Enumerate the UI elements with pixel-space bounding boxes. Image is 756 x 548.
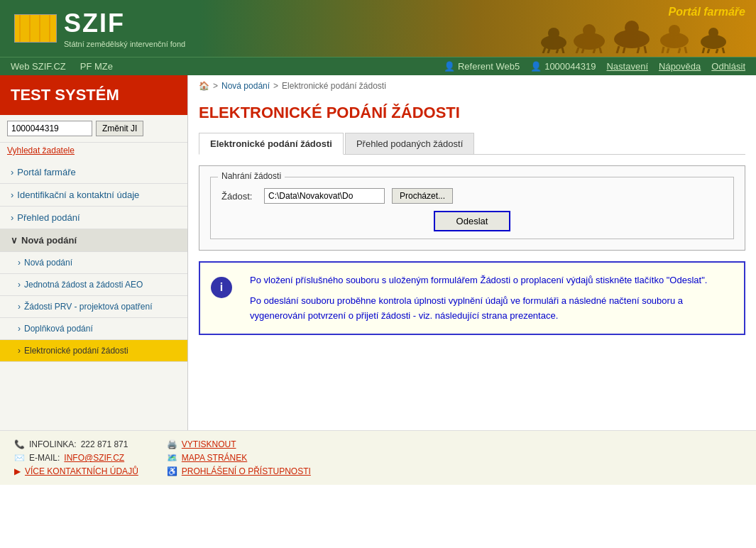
arrow-icon: › <box>18 258 21 268</box>
form-fieldset: Nahrání žádosti Žádost: Procházet... Ode… <box>210 177 734 239</box>
info-icon-container: i <box>211 273 239 323</box>
logo-subtitle: Státní zemědělský intervenční fond <box>64 40 185 48</box>
svg-line-15 <box>623 48 625 53</box>
sidebar-item-identifikacni[interactable]: › Identifikační a kontaktní údaje <box>0 184 187 207</box>
vice-kontaktnich-link[interactable]: VÍCE KONTAKTNÍCH ÚDAJŮ <box>25 466 138 476</box>
svg-line-26 <box>703 48 704 53</box>
navbar-left: Web SZIF.CZ PF MZe <box>11 61 113 72</box>
arrow-icon: › <box>11 212 13 223</box>
home-icon: 🏠 <box>199 81 209 91</box>
info-box-text: Po vložení příslušného souboru s uložený… <box>250 273 733 323</box>
cows-decoration <box>532 11 745 53</box>
arrow-icon: › <box>18 280 21 290</box>
accessibility-icon: ♿ <box>167 466 177 476</box>
sidebar-item-portal-farmare[interactable]: › Portál farmáře <box>0 161 187 184</box>
sidebar-user-box: Změnit JI <box>0 115 187 143</box>
user-icon-2: 👤 <box>530 61 542 72</box>
mapa-stranek-link[interactable]: MAPA STRÁNEK <box>182 453 247 463</box>
navbar: Web SZIF.CZ PF MZe 👤 Referent Web5 👤 100… <box>0 57 756 75</box>
footer-col-right: 🖨️ VYTISKNOUT 🗺️ MAPA STRÁNEK ♿ PROHLÁŠE… <box>167 439 311 476</box>
svg-line-3 <box>548 49 549 53</box>
sidebar-item-elektronicke-podani[interactable]: › Elektronické podání žádosti <box>0 340 187 362</box>
infolinka-value: 222 871 871 <box>81 439 128 449</box>
vytisknout-link[interactable]: VYTISKNOUT <box>182 439 236 449</box>
breadcrumb-sep: > <box>213 81 218 91</box>
sidebar-item-zadosti-prv[interactable]: › Žádosti PRV - projektová opatření <box>0 296 187 318</box>
footer-prohlaseni: ♿ PROHLÁŠENÍ O PŘÍSTUPNOSTI <box>167 466 311 476</box>
info-box: i Po vložení příslušného souboru s ulože… <box>199 261 745 335</box>
svg-line-5 <box>562 48 564 53</box>
footer: 📞 INFOLINKA: 222 871 871 ✉️ E-MAIL: INFO… <box>0 430 756 485</box>
sidebar-vyhledat: Vyhledat žadatele <box>0 143 187 161</box>
footer-mapa: 🗺️ MAPA STRÁNEK <box>167 453 311 463</box>
arrow-icon: › <box>18 346 21 356</box>
footer-vytisknout: 🖨️ VYTISKNOUT <box>167 439 311 449</box>
svg-line-27 <box>708 49 709 53</box>
sidebar-item-prehled-podani[interactable]: › Přehled podání <box>0 207 187 229</box>
nav-link-webszif[interactable]: Web SZIF.CZ <box>11 61 66 72</box>
header-image: Portál farmáře <box>199 0 756 57</box>
svg-line-10 <box>593 49 595 53</box>
svg-line-2 <box>543 48 545 53</box>
zadost-label: Žádost: <box>221 191 257 202</box>
svg-line-16 <box>637 48 639 53</box>
odeslat-button[interactable]: Odeslat <box>434 211 511 231</box>
nav-nastaveni[interactable]: Nastavení <box>606 61 648 72</box>
svg-line-8 <box>576 48 579 53</box>
sidebar-item-jednotna-zadost[interactable]: › Jednotná žádost a žádosti AEO <box>0 274 187 296</box>
sidebar: TEST SYSTÉM Změnit JI Vyhledat žadatele … <box>0 75 188 430</box>
breadcrumb: 🏠 > Nová podání > Elektronické podání žá… <box>188 75 756 97</box>
header: SZIF Státní zemědělský intervenční fond … <box>0 0 756 57</box>
svg-line-28 <box>716 49 718 53</box>
expand-icon: ∨ <box>11 235 18 246</box>
arrow-icon: › <box>11 190 13 200</box>
svg-line-17 <box>645 46 646 53</box>
svg-line-21 <box>667 48 669 53</box>
info-text-2: Po odeslání souboru proběhne kontrola úp… <box>250 294 733 324</box>
user-id-input[interactable] <box>7 121 92 136</box>
sidebar-item-nova-podani-sub[interactable]: › Nová podání <box>0 252 187 274</box>
email-link[interactable]: INFO@SZIF.CZ <box>64 453 124 463</box>
arrow-icon: › <box>18 324 21 334</box>
svg-line-11 <box>600 48 601 53</box>
svg-line-9 <box>582 49 584 53</box>
browse-button[interactable]: Procházet... <box>392 188 453 204</box>
form-legend: Nahrání žádosti <box>218 171 285 181</box>
email-label: E-MAIL: <box>29 453 60 463</box>
tab-elektronicke-podani[interactable]: Elektronické podání žádosti <box>199 133 344 155</box>
infolinka-label: INFOLINKA: <box>29 439 77 449</box>
prohlaseni-link[interactable]: PROHLÁŠENÍ O PŘÍSTUPNOSTI <box>182 466 311 476</box>
nav-napoveda[interactable]: Nápověda <box>659 61 701 72</box>
nav-odhlasit[interactable]: Odhlásit <box>711 61 745 72</box>
navbar-right: 👤 Referent Web5 👤 1000044319 Nastavení N… <box>444 61 745 72</box>
user-icon-1: 👤 <box>444 61 455 72</box>
submit-row: Odeslat <box>221 211 723 231</box>
print-icon: 🖨️ <box>167 439 177 449</box>
svg-point-1 <box>548 28 559 39</box>
sidebar-item-doplnkova[interactable]: › Doplňková podání <box>0 318 187 340</box>
breadcrumb-nova-podani[interactable]: Nová podání <box>221 81 270 91</box>
header-logo: SZIF Státní zemědělský intervenční fond <box>0 0 199 57</box>
phone-icon: 📞 <box>14 439 25 449</box>
sidebar-item-nova-podani-section[interactable]: ∨ Nová podání <box>0 229 187 252</box>
file-path-input[interactable] <box>264 188 385 204</box>
arrow-icon: › <box>18 302 21 312</box>
arrow-icon: › <box>11 167 13 177</box>
zadost-row: Žádost: Procházet... <box>221 188 723 204</box>
test-system-banner: TEST SYSTÉM <box>0 75 187 115</box>
tab-prehled-podanych[interactable]: Přehled podaných žádostí <box>345 133 474 154</box>
vyhledat-link[interactable]: Vyhledat žadatele <box>7 146 75 155</box>
nav-link-pfmze[interactable]: PF MZe <box>80 61 113 72</box>
svg-line-20 <box>662 47 664 53</box>
content-area: 🏠 > Nová podání > Elektronické podání žá… <box>188 75 756 430</box>
sidebar-menu: › Portál farmáře › Identifikační a konta… <box>0 161 187 362</box>
logo-flag <box>14 14 57 43</box>
zmenit-ji-button[interactable]: Změnit JI <box>96 121 143 136</box>
svg-line-4 <box>557 49 558 53</box>
logo-szif-text: SZIF <box>64 9 185 38</box>
info-icon: i <box>211 277 232 298</box>
map-icon: 🗺️ <box>167 453 177 463</box>
footer-infolinka: 📞 INFOLINKA: 222 871 871 <box>14 439 138 449</box>
breadcrumb-sep2: > <box>273 81 278 91</box>
footer-vice: ▶ VÍCE KONTAKTNÍCH ÚDAJŮ <box>14 466 138 476</box>
